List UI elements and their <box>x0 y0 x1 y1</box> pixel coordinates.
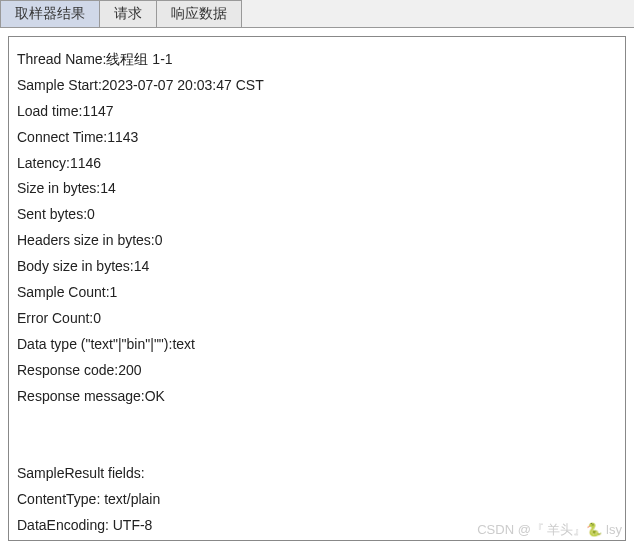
data-type-line: Data type ("text"|"bin"|""):text <box>17 332 617 358</box>
connect-time-line: Connect Time:1143 <box>17 125 617 151</box>
connect-time-value: 1143 <box>107 129 138 145</box>
response-code-line: Response code:200 <box>17 358 617 384</box>
content-type-value: text/plain <box>104 491 160 507</box>
load-time-value: 1147 <box>82 103 113 119</box>
data-type-label: Data type ("text"|"bin"|""): <box>17 336 172 352</box>
content-wrapper: Thread Name:线程组 1-1 Sample Start:2023-07… <box>0 28 634 549</box>
error-count-line: Error Count:0 <box>17 306 617 332</box>
thread-name-line: Thread Name:线程组 1-1 <box>17 47 617 73</box>
data-type-value: text <box>172 336 195 352</box>
response-message-line: Response message:OK <box>17 384 617 410</box>
tabs-bar: 取样器结果 请求 响应数据 <box>0 0 634 28</box>
sample-start-line: Sample Start:2023-07-07 20:03:47 CST <box>17 73 617 99</box>
connect-time-label: Connect Time: <box>17 129 107 145</box>
response-message-label: Response message: <box>17 388 145 404</box>
data-encoding-label: DataEncoding: <box>17 517 113 533</box>
headers-size-value: 0 <box>155 232 163 248</box>
sent-bytes-line: Sent bytes:0 <box>17 202 617 228</box>
blank-line <box>17 435 617 461</box>
latency-line: Latency:1146 <box>17 151 617 177</box>
size-in-bytes-value: 14 <box>100 180 116 196</box>
load-time-line: Load time:1147 <box>17 99 617 125</box>
sampleresult-fields-label: SampleResult fields: <box>17 465 145 481</box>
error-count-label: Error Count: <box>17 310 93 326</box>
sampler-result-content: Thread Name:线程组 1-1 Sample Start:2023-07… <box>8 36 626 541</box>
sample-count-line: Sample Count:1 <box>17 280 617 306</box>
thread-name-value: 线程组 1-1 <box>106 51 172 67</box>
latency-value: 1146 <box>70 155 101 171</box>
response-code-value: 200 <box>118 362 141 378</box>
data-encoding-line: DataEncoding: UTF-8 <box>17 513 617 539</box>
body-size-label: Body size in bytes: <box>17 258 134 274</box>
thread-name-label: Thread Name: <box>17 51 106 67</box>
sent-bytes-value: 0 <box>87 206 95 222</box>
content-type-line: ContentType: text/plain <box>17 487 617 513</box>
size-in-bytes-label: Size in bytes: <box>17 180 100 196</box>
content-type-label: ContentType: <box>17 491 104 507</box>
body-size-value: 14 <box>134 258 150 274</box>
latency-label: Latency: <box>17 155 70 171</box>
load-time-label: Load time: <box>17 103 82 119</box>
error-count-value: 0 <box>93 310 101 326</box>
headers-size-label: Headers size in bytes: <box>17 232 155 248</box>
sampleresult-fields-line: SampleResult fields: <box>17 461 617 487</box>
body-size-line: Body size in bytes:14 <box>17 254 617 280</box>
blank-line <box>17 409 617 435</box>
tab-sampler-result[interactable]: 取样器结果 <box>0 0 100 27</box>
tab-request[interactable]: 请求 <box>99 0 157 27</box>
response-message-value: OK <box>145 388 165 404</box>
tab-response-data[interactable]: 响应数据 <box>156 0 242 27</box>
sample-start-value: 2023-07-07 20:03:47 CST <box>102 77 264 93</box>
sample-count-value: 1 <box>110 284 118 300</box>
data-encoding-value: UTF-8 <box>113 517 153 533</box>
sent-bytes-label: Sent bytes: <box>17 206 87 222</box>
sample-count-label: Sample Count: <box>17 284 110 300</box>
results-panel: 取样器结果 请求 响应数据 Thread Name:线程组 1-1 Sample… <box>0 0 634 549</box>
response-code-label: Response code: <box>17 362 118 378</box>
sample-start-label: Sample Start: <box>17 77 102 93</box>
size-in-bytes-line: Size in bytes:14 <box>17 176 617 202</box>
headers-size-line: Headers size in bytes:0 <box>17 228 617 254</box>
